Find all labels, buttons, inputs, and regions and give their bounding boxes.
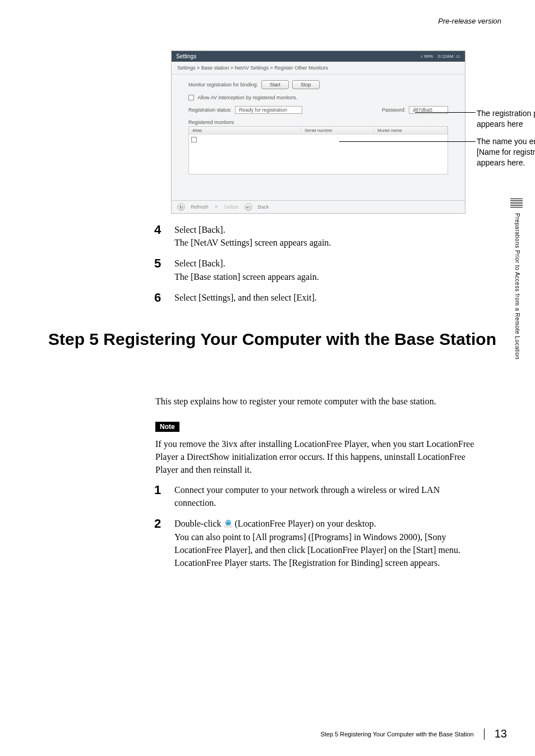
step2-line1: Double-click (LocationFree Player) on yo… (174, 517, 478, 530)
step6-action: Select [Settings], and then select [Exit… (174, 291, 476, 304)
refresh-label: Refresh (191, 204, 209, 210)
delete-label: Delete (224, 204, 239, 210)
section-intro: This step explains how to register your … (155, 395, 475, 408)
footer-text: Step 5 Registering Your Computer with th… (320, 731, 473, 737)
step-number-2: 2 (154, 517, 165, 569)
page-footer: Step 5 Registering Your Computer with th… (0, 727, 535, 740)
step4-action: Select [Back]. (174, 223, 476, 236)
row-checkbox[interactable] (191, 137, 197, 142)
footer-divider (484, 729, 485, 740)
col-model-name: Model name (374, 127, 448, 134)
start-button[interactable]: Start (261, 80, 289, 89)
panel-status-icons: ♪ 99% (421, 54, 433, 59)
step2-pre: Double-click (174, 519, 224, 528)
back-label: Back (258, 204, 269, 210)
callout-leader-line (415, 112, 476, 113)
step1-text: Connect your computer to your network th… (174, 483, 478, 509)
step2-post: (LocationFree Player) on your desktop. (235, 519, 376, 528)
back-icon[interactable]: ↩ (245, 203, 252, 211)
svg-rect-1 (225, 525, 232, 527)
step5-action: Select [Back]. (174, 257, 476, 270)
breadcrumb: Settings > Base station > NetAV Settings… (172, 62, 465, 75)
section-heading: Step 5 Registering Your Computer with th… (48, 329, 497, 350)
step-number-4: 4 (154, 223, 165, 249)
header-version: Pre-release version (438, 17, 501, 25)
step-number-5: 5 (154, 257, 165, 283)
reg-binding-label: Monitor registration for binding: (188, 82, 258, 87)
refresh-icon[interactable]: ↻ (177, 203, 185, 211)
step2-line3: LocationFree Player starts. The [Registr… (174, 556, 478, 569)
callout-registration-name: The name you entered for [Name for regis… (477, 136, 535, 168)
reg-status-label: Registration status: (188, 107, 232, 113)
step4-result: The [NetAV Settings] screen appears agai… (174, 236, 476, 249)
side-section-label: Preparations Prior to Access from a Remo… (511, 213, 520, 359)
step5-result: The [Base station] screen appears again. (174, 270, 476, 283)
password-label: Password: (382, 107, 405, 113)
reg-status-value: Ready for registration (235, 106, 302, 114)
note-body: If you remove the 3ivx after installing … (155, 437, 475, 477)
col-serial-number: Serial number (301, 127, 374, 134)
step2-line2: You can also point to [All programs] ([P… (174, 531, 478, 556)
stop-button[interactable]: Stop (292, 80, 320, 89)
step-number-1: 1 (154, 483, 165, 509)
panel-titlebar: Settings ♪ 99% 0:12AM ▭ (172, 51, 465, 62)
panel-clock: 0:12AM (438, 54, 454, 59)
panel-title: Settings (176, 53, 196, 59)
step-number-6: 6 (154, 291, 165, 305)
page-edge-marks (510, 185, 523, 208)
settings-panel-screenshot: Settings ♪ 99% 0:12AM ▭ Settings > Base … (171, 50, 465, 214)
col-alias: Alias (189, 127, 301, 134)
callout-leader-line (339, 141, 476, 142)
page-number: 13 (495, 727, 507, 740)
locationfree-player-icon (224, 518, 233, 527)
registered-monitors-label: Registered monitors: (188, 119, 448, 125)
note-tag: Note (155, 422, 179, 432)
callout-password: The registration password appears here (477, 108, 535, 130)
allow-interception-checkbox[interactable] (188, 95, 194, 100)
registered-monitors-table: Alias Serial number Model name (188, 126, 448, 174)
allow-interception-label: Allow AV interception by registered moni… (197, 95, 297, 100)
